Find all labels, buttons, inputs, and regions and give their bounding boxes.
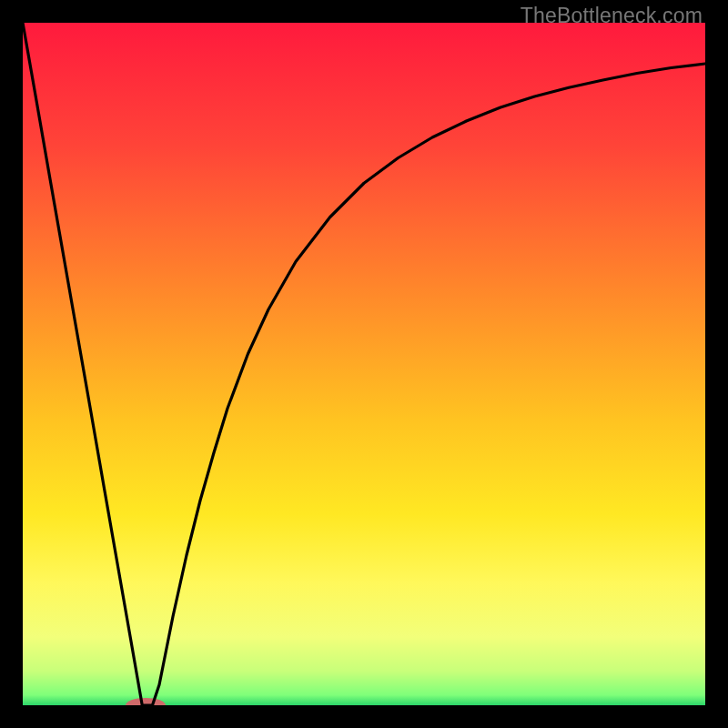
bottleneck-chart xyxy=(23,23,705,705)
watermark-text: TheBottleneck.com xyxy=(521,4,703,28)
chart-frame xyxy=(23,23,705,705)
